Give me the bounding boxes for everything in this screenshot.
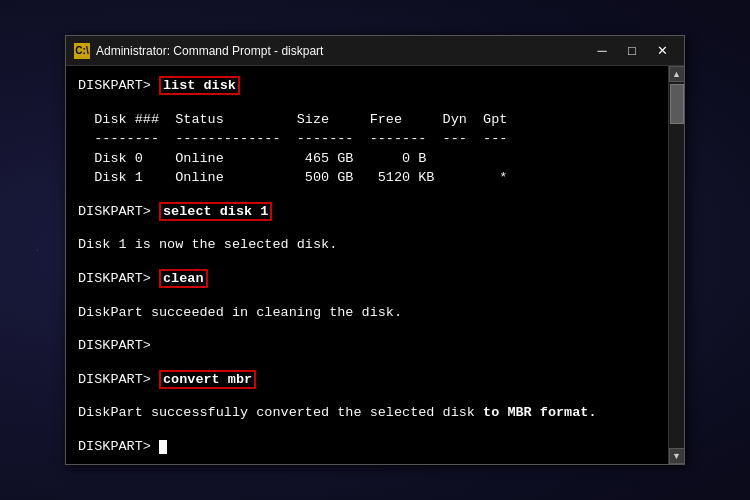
window-controls: ─ □ ✕ [588, 41, 676, 61]
scrollbar[interactable]: ▲ ▼ [668, 66, 684, 464]
minimize-button[interactable]: ─ [588, 41, 616, 61]
clean-result: DiskPart succeeded in cleaning the disk. [78, 303, 656, 323]
select-result: Disk 1 is now the selected disk. [78, 235, 656, 255]
prompt: DISKPART> [78, 372, 159, 387]
cmd-list-disk: list disk [159, 76, 240, 95]
command-prompt-window: C:\ Administrator: Command Prompt - disk… [65, 35, 685, 465]
scroll-down-button[interactable]: ▼ [669, 448, 685, 464]
scroll-thumb[interactable] [670, 84, 684, 124]
prompt: DISKPART> [78, 78, 159, 93]
disk-1-row: Disk 1 Online 500 GB 5120 KB * [78, 168, 656, 188]
final-prompt: DISKPART> [78, 437, 656, 457]
empty-prompt: DISKPART> [78, 336, 656, 356]
cmd-clean: clean [159, 269, 208, 288]
cmd-select-disk: select disk 1 [159, 202, 272, 221]
cmd-convert-mbr: convert mbr [159, 370, 256, 389]
prompt: DISKPART> [78, 204, 159, 219]
line-1: DISKPART> list disk [78, 76, 656, 96]
disk-0-row: Disk 0 Online 465 GB 0 B [78, 149, 656, 169]
scroll-track[interactable] [669, 82, 684, 448]
blank-line [78, 322, 656, 336]
title-bar: C:\ Administrator: Command Prompt - disk… [66, 36, 684, 66]
table-header-row: Disk ### Status Size Free Dyn Gpt [78, 110, 656, 130]
cursor [159, 440, 167, 454]
blank-line [78, 188, 656, 202]
title-bar-left: C:\ Administrator: Command Prompt - disk… [74, 43, 323, 59]
blank-line [78, 255, 656, 269]
blank-line [78, 423, 656, 437]
maximize-button[interactable]: □ [618, 41, 646, 61]
line-convert: DISKPART> convert mbr [78, 370, 656, 390]
line-clean: DISKPART> clean [78, 269, 656, 289]
blank-line [78, 356, 656, 370]
terminal-output[interactable]: DISKPART> list disk Disk ### Status Size… [66, 66, 668, 464]
blank-line [78, 389, 656, 403]
blank-line [78, 289, 656, 303]
convert-result: DiskPart successfully converted the sele… [78, 403, 656, 423]
cmd-icon: C:\ [74, 43, 90, 59]
table-separator: -------- ------------- ------- ------- -… [78, 129, 656, 149]
scroll-up-button[interactable]: ▲ [669, 66, 685, 82]
window-title: Administrator: Command Prompt - diskpart [96, 44, 323, 58]
line-select: DISKPART> select disk 1 [78, 202, 656, 222]
prompt: DISKPART> [78, 271, 159, 286]
blank-line [78, 96, 656, 110]
close-button[interactable]: ✕ [648, 41, 676, 61]
blank-line [78, 221, 656, 235]
window-body: DISKPART> list disk Disk ### Status Size… [66, 66, 684, 464]
bold-result: to MBR format. [483, 405, 596, 420]
